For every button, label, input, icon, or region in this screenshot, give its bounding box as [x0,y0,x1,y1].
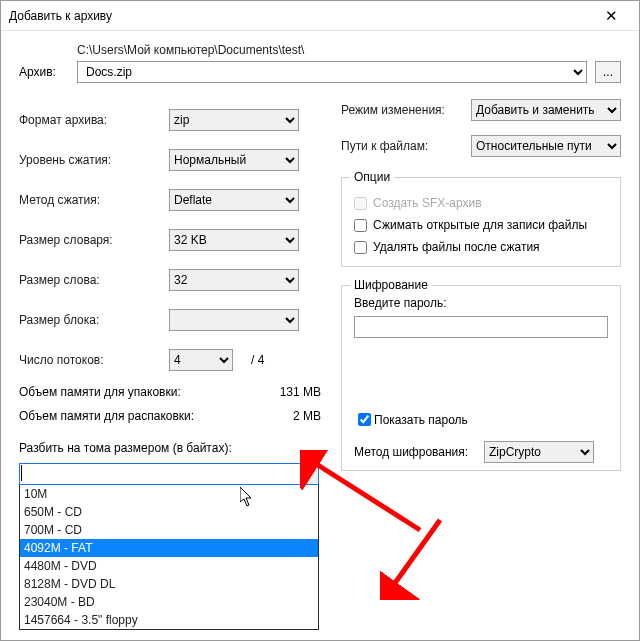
unpack-mem-value: 2 MB [259,409,321,423]
pack-mem-label: Объем памяти для упаковки: [19,385,259,399]
split-dropdown-list[interactable]: 10M650M - CD700M - CD4092M - FAT4480M - … [19,485,319,630]
close-icon[interactable]: ✕ [591,7,631,25]
options-legend: Опции [350,170,394,184]
enc-method-label: Метод шифрования: [354,445,484,459]
level-label: Уровень сжатия: [19,153,169,167]
sfx-checkbox [354,197,367,210]
method-label: Метод сжатия: [19,193,169,207]
split-option[interactable]: 4092M - FAT [20,539,318,557]
show-password-label: Показать пароль [374,413,468,427]
split-option[interactable]: 700M - CD [20,521,318,539]
split-option[interactable]: 23040M - BD [20,593,318,611]
threads-combo[interactable]: 4 [169,349,233,371]
split-option[interactable]: 4480M - DVD [20,557,318,575]
enc-method-combo[interactable]: ZipCrypto [484,441,594,463]
threads-label: Число потоков: [19,353,169,367]
sfx-label: Создать SFX-архив [373,196,482,210]
compress-open-checkbox[interactable] [354,219,367,232]
split-option[interactable]: 650M - CD [20,503,318,521]
add-to-archive-dialog: Добавить к архиву ✕ C:\Users\Мой компьют… [0,0,640,641]
dict-combo[interactable]: 32 KB [169,229,299,251]
threads-total: / 4 [251,353,264,367]
word-combo[interactable]: 32 [169,269,299,291]
compress-open-label: Сжимать открытые для записи файлы [373,218,587,232]
titlebar: Добавить к архиву ✕ [1,1,639,31]
mode-label: Режим изменения: [341,103,471,117]
unpack-mem-label: Объем памяти для распаковки: [19,409,259,423]
format-label: Формат архива: [19,113,169,127]
block-combo[interactable] [169,309,299,331]
split-size-input[interactable] [19,463,319,485]
pack-mem-value: 131 MB [259,385,321,399]
chevron-down-icon [306,471,314,477]
show-password-checkbox[interactable] [358,413,371,426]
method-combo[interactable]: Deflate [169,189,299,211]
block-label: Размер блока: [19,313,169,327]
split-option[interactable]: 1457664 - 3.5" floppy [20,611,318,629]
level-combo[interactable]: Нормальный [169,149,299,171]
archive-label: Архив: [19,65,77,79]
dict-label: Размер словаря: [19,233,169,247]
delete-after-label: Удалять файлы после сжатия [373,240,540,254]
paths-label: Пути к файлам: [341,139,471,153]
password-input[interactable] [354,316,608,338]
format-combo[interactable]: zip [169,109,299,131]
password-label: Введите пароль: [354,296,608,310]
archive-path: C:\Users\Мой компьютер\Documents\test\ [77,43,621,57]
archive-filename-combo[interactable]: Docs.zip [77,61,587,83]
browse-button[interactable]: ... [595,61,621,83]
delete-after-checkbox[interactable] [354,241,367,254]
split-option[interactable]: 8128M - DVD DL [20,575,318,593]
split-label: Разбить на тома размером (в байтах): [19,441,321,455]
mode-combo[interactable]: Добавить и заменить [471,99,621,121]
split-option[interactable]: 10M [20,485,318,503]
encryption-legend: Шифрование [350,278,432,292]
window-title: Добавить к архиву [9,9,591,23]
split-dropdown-button[interactable] [300,464,318,484]
word-label: Размер слова: [19,273,169,287]
paths-combo[interactable]: Относительные пути [471,135,621,157]
